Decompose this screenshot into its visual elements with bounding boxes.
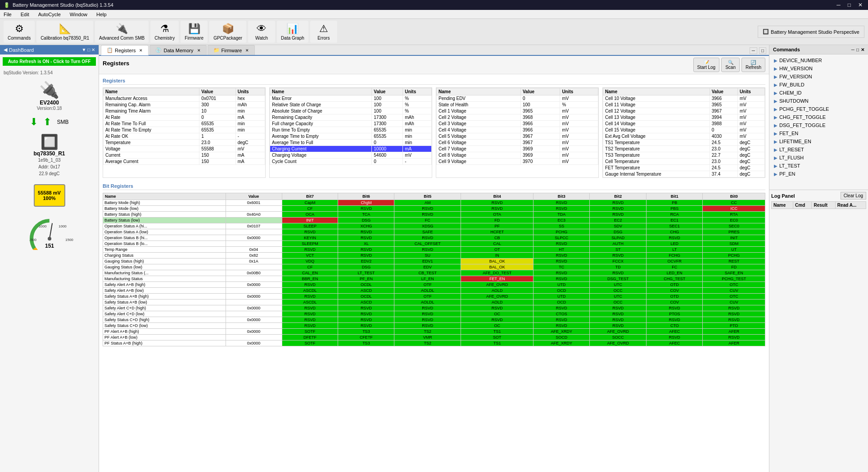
tab-data-memory[interactable]: 💿 Data Memory ✕ <box>149 45 206 55</box>
bit-cell: RSVD <box>533 206 590 212</box>
menu-file[interactable]: File <box>2 11 14 18</box>
menu-edit[interactable]: Edit <box>19 11 31 18</box>
bit-cell: RSVD <box>533 259 590 264</box>
minimize-button[interactable]: ─ <box>835 2 842 8</box>
dashboard-tab[interactable]: ◀ DashBoard ▼ □ ✕ <box>0 45 99 54</box>
advanced-comm-label: Advanced Comm SMB <box>99 36 145 41</box>
command-item[interactable]: ▶FW_BUILD <box>771 81 866 89</box>
table-row: Cycle Count0- <box>270 159 432 165</box>
advanced-comm-icon: 🔌 <box>116 23 128 35</box>
bit-cell: PCHG <box>533 229 590 235</box>
bit-cell: RSVD <box>533 200 590 206</box>
bit-cell: INIT <box>282 218 338 223</box>
command-item[interactable]: ▶PCHG_FET_TOGGLE <box>771 105 866 113</box>
bit-cell: XCHG <box>338 223 394 229</box>
tab-minimize-button[interactable]: ─ <box>750 47 757 54</box>
bit-cell: RSVD <box>533 241 590 247</box>
bit-register-value <box>226 206 282 212</box>
command-item[interactable]: ▶LIFETIME_EN <box>771 137 866 145</box>
command-item[interactable]: ▶LT_RESET <box>771 145 866 154</box>
command-item[interactable]: ▶SHUTDOWN <box>771 97 866 105</box>
menu-window[interactable]: Window <box>68 11 89 18</box>
maximize-button[interactable]: □ <box>846 2 853 8</box>
tab-registers[interactable]: 📋 Registers ✕ <box>101 45 149 55</box>
watch-button[interactable]: 👁 Watch <box>248 21 275 43</box>
chemistry-button[interactable]: ⚗ Chemistry <box>150 21 179 43</box>
col-units-3: Units <box>560 88 598 95</box>
tab-maximize-button[interactable]: □ <box>759 47 766 54</box>
table-row: Average Time to Full0min <box>270 140 432 146</box>
table-row: Ext Avg Cell Voltage4030mV <box>603 133 765 140</box>
bit-cell: DSG <box>338 264 394 270</box>
bit-cell: RSVD <box>394 212 461 218</box>
bit-cell: HCFET <box>461 229 533 235</box>
refresh-button[interactable]: 🔄 Refresh <box>741 58 765 72</box>
tab-firmware[interactable]: 📁 Firmware ✕ <box>208 45 255 55</box>
bit-cell: DFETF <box>282 335 338 340</box>
right-panel-maximize[interactable]: □ <box>856 47 859 52</box>
command-item[interactable]: ▶PF_EN <box>771 170 866 178</box>
firmware-tab-close[interactable]: ✕ <box>245 48 249 53</box>
data-memory-icon: 💿 <box>155 47 162 53</box>
firmware-button[interactable]: 💾 Firmware <box>181 21 208 43</box>
bit-register-name: Safety Status C+D (low) <box>103 323 226 329</box>
command-item[interactable]: ▶LT_TEST <box>771 162 866 170</box>
errors-button[interactable]: ⚠ Errors <box>310 21 337 43</box>
command-label: DEVICE_NUMBER <box>779 58 822 63</box>
command-item[interactable]: ▶FW_VERSION <box>771 73 866 81</box>
command-icon: ▶ <box>774 163 778 168</box>
auto-refresh-button[interactable]: Auto Refresh is ON - Click to Turn OFF <box>3 57 96 66</box>
start-log-button[interactable]: 📝 Start Log <box>693 58 720 72</box>
bit-col-2: Bit2 <box>590 193 646 200</box>
command-item[interactable]: ▶HW_VERSION <box>771 64 866 73</box>
command-item[interactable]: ▶DSG_FET_TOGGLE <box>771 121 866 129</box>
table-row: Charging Current10000mA <box>270 146 432 152</box>
bit-cell: RSVD <box>338 311 394 317</box>
calibration-button[interactable]: 📐 Calibration bq78350_R1 <box>36 21 93 43</box>
menu-help[interactable]: Help <box>95 11 108 18</box>
bit-cell: TD <box>590 264 646 270</box>
register-units: hex <box>235 95 265 102</box>
close-button[interactable]: ✕ <box>856 2 864 8</box>
bit-cell: OTD <box>646 282 703 288</box>
registers-tab-close[interactable]: ✕ <box>139 48 143 53</box>
bit-cell: CHG_TEST <box>646 276 703 282</box>
right-panel-minimize[interactable]: ─ <box>851 47 854 52</box>
table-row: Battery Status (high)0x40A0OCATCARSVDOTA… <box>103 212 765 218</box>
bit-cell: SEC1 <box>646 223 703 229</box>
bit-cell: CAL <box>461 241 533 247</box>
command-item[interactable]: ▶FET_EN <box>771 129 866 137</box>
data-graph-button[interactable]: 📊 Data Graph <box>277 21 308 43</box>
scan-button[interactable]: 🔍 Scan <box>721 58 740 72</box>
register-value: 150 <box>199 159 235 165</box>
gpc-packager-button[interactable]: 📦 GPCPackager <box>209 21 246 43</box>
right-panel-close[interactable]: ✕ <box>861 47 864 52</box>
command-item[interactable]: ▶DEVICE_NUMBER <box>771 56 866 64</box>
bit-cell: RSVD <box>394 206 461 212</box>
commands-button[interactable]: ⚙ Commands <box>4 21 35 43</box>
data-memory-tab-close[interactable]: ✕ <box>197 48 201 53</box>
command-icon: ▶ <box>774 82 778 87</box>
bit-registers-title: Bit Registers <box>103 183 765 190</box>
register-units: mAh <box>235 102 265 108</box>
bit-col-0: Bit0 <box>703 193 765 200</box>
bit-cell: TS2 <box>394 329 461 335</box>
command-icon: ▶ <box>774 115 778 120</box>
bit-cell: EC2 <box>590 218 646 223</box>
bit-cell: RSVD <box>338 229 394 235</box>
bit-cell: REST <box>703 259 765 264</box>
table-row: Max Error100% <box>270 95 432 102</box>
perspective-button[interactable]: 🔲 Battery Management Studio Perspective <box>758 26 864 38</box>
window-controls[interactable]: ─ □ ✕ <box>835 2 864 8</box>
command-item[interactable]: ▶CHG_FET_TOGGLE <box>771 113 866 121</box>
clear-log-button[interactable]: Clear Log <box>841 192 866 200</box>
advanced-comm-button[interactable]: 🔌 Advanced Comm SMB <box>95 21 149 43</box>
bit-cell: RSVD <box>533 276 590 282</box>
menu-autocycle[interactable]: AutoCycle <box>36 11 63 18</box>
command-item[interactable]: ▶CHEM_ID <box>771 89 866 97</box>
registers-area: Registers Name Value Units Manufac <box>99 74 769 472</box>
command-item[interactable]: ▶LT_FLUSH <box>771 154 866 162</box>
ev-device-section: 🔌 EV2400 Version:0.18 <box>0 77 99 114</box>
bit-register-name: Safety Alert C+D (low) <box>103 311 226 317</box>
bit-cell: IN <box>461 253 533 259</box>
